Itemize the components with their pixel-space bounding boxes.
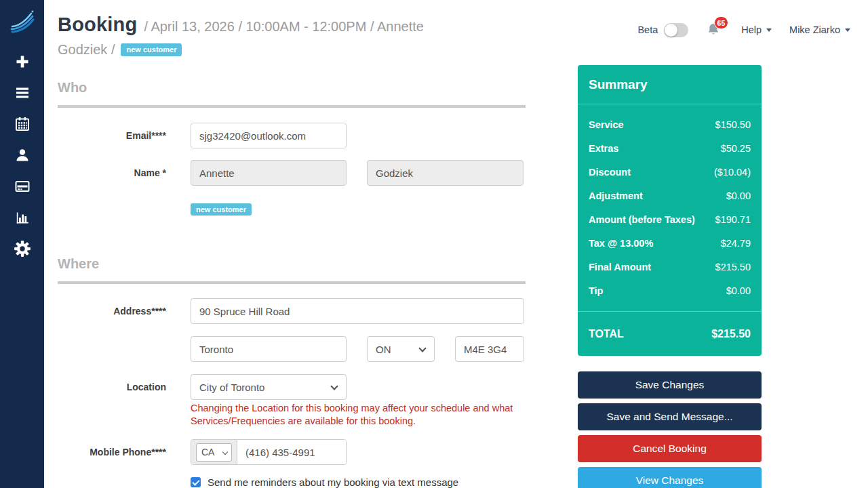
address-field[interactable] bbox=[191, 298, 524, 324]
sms-reminder-label: Send me reminders about my booking via t… bbox=[208, 476, 458, 488]
notifications-button[interactable]: 65 bbox=[706, 22, 721, 38]
total-value: $215.50 bbox=[711, 328, 751, 340]
sidebar-item-reports[interactable] bbox=[0, 202, 44, 233]
mobile-phone-row: Mobile Phone**** CA bbox=[58, 439, 347, 465]
who-section-rule bbox=[58, 105, 526, 108]
notification-count-badge: 65 bbox=[714, 16, 729, 29]
beta-toggle[interactable] bbox=[664, 23, 688, 37]
sidebar-nav bbox=[0, 42, 44, 264]
who-section-heading: Who bbox=[58, 80, 87, 96]
summary-row-discount: Discount ($10.04) bbox=[589, 160, 751, 184]
beta-toggle-knob bbox=[665, 24, 677, 37]
calendar-icon bbox=[14, 116, 31, 132]
chevron-down-icon bbox=[222, 449, 228, 454]
chevron-down-icon bbox=[845, 28, 850, 32]
user-menu[interactable]: Mike Ziarko bbox=[789, 24, 850, 35]
location-warning-text: Changing the Location for this booking m… bbox=[191, 402, 515, 428]
summary-row-service: Service $150.50 bbox=[589, 113, 751, 136]
address-row: Address**** bbox=[58, 298, 524, 324]
summary-row-final-amount: Final Amount $215.50 bbox=[589, 255, 751, 279]
beta-label: Beta bbox=[637, 24, 658, 35]
summary-title: Summary bbox=[578, 65, 762, 104]
app-logo[interactable] bbox=[0, 0, 44, 42]
name-label: Name * bbox=[58, 167, 166, 178]
chevron-down-icon bbox=[418, 344, 426, 352]
email-label: Email**** bbox=[58, 130, 166, 141]
credit-card-icon bbox=[14, 178, 31, 195]
summary-row-amount-before-taxes: Amount (before Taxes) $190.71 bbox=[589, 207, 751, 231]
help-menu[interactable]: Help bbox=[741, 24, 772, 35]
phone-country-value: CA bbox=[201, 447, 214, 458]
plus-icon bbox=[14, 54, 31, 70]
booking-page: Beta 65 Help Mike Ziarko Booking / April… bbox=[0, 0, 868, 488]
summary-row-extras: Extras $50.25 bbox=[589, 136, 751, 160]
sidebar-item-customers[interactable] bbox=[0, 140, 44, 171]
gear-icon bbox=[14, 240, 31, 258]
phone-country-addon: CA bbox=[191, 440, 237, 464]
phone-country-select[interactable]: CA bbox=[196, 443, 232, 462]
location-value: City of Toronto bbox=[199, 382, 264, 393]
summary-row-tax: Tax @ 13.00% $24.79 bbox=[589, 231, 751, 255]
swoosh-logo-icon bbox=[7, 5, 38, 37]
email-field[interactable] bbox=[191, 123, 347, 148]
first-name-field[interactable] bbox=[191, 160, 347, 186]
last-name-field[interactable] bbox=[367, 160, 524, 186]
user-icon bbox=[14, 147, 31, 163]
view-changes-button[interactable]: View Changes bbox=[578, 467, 762, 488]
chevron-down-icon bbox=[766, 28, 772, 32]
user-name: Mike Ziarko bbox=[789, 24, 840, 35]
province-select[interactable]: ON bbox=[367, 336, 435, 362]
email-row: Email**** bbox=[58, 123, 347, 148]
new-customer-badge: new customer bbox=[121, 43, 182, 56]
menu-icon bbox=[14, 85, 31, 101]
sidebar-item-list[interactable] bbox=[0, 77, 44, 108]
summary-row-tip: Tip $0.00 bbox=[589, 279, 751, 302]
mobile-phone-label: Mobile Phone**** bbox=[58, 447, 166, 458]
postal-code-field[interactable] bbox=[455, 336, 524, 362]
sidebar-item-payments[interactable] bbox=[0, 171, 44, 202]
sms-reminder-checkbox[interactable] bbox=[191, 477, 201, 487]
sms-reminder-row: Send me reminders about my booking via t… bbox=[191, 476, 458, 488]
phone-number-field[interactable] bbox=[237, 440, 347, 464]
action-buttons: Save Changes Save and Send Message... Ca… bbox=[578, 371, 762, 488]
page-title: Booking bbox=[58, 14, 137, 36]
save-and-send-message-button[interactable]: Save and Send Message... bbox=[578, 403, 762, 430]
cancel-booking-button[interactable]: Cancel Booking bbox=[578, 435, 762, 462]
summary-panel: Summary Service $150.50 Extras $50.25 Di… bbox=[578, 65, 762, 356]
address-label: Address**** bbox=[58, 306, 166, 317]
chevron-down-icon bbox=[330, 382, 338, 390]
summary-rows: Service $150.50 Extras $50.25 Discount (… bbox=[578, 104, 762, 310]
sidebar-item-calendar[interactable] bbox=[0, 108, 44, 140]
where-section-rule bbox=[58, 281, 526, 284]
where-section-heading: Where bbox=[58, 256, 99, 272]
location-row: Location City of Toronto bbox=[58, 374, 347, 400]
city-field[interactable] bbox=[191, 336, 347, 362]
save-changes-button[interactable]: Save Changes bbox=[578, 371, 762, 399]
bar-chart-icon bbox=[14, 209, 31, 226]
sidebar-item-add[interactable] bbox=[0, 46, 44, 77]
phone-input-group: CA bbox=[191, 439, 347, 465]
name-row: Name * bbox=[58, 160, 524, 186]
sidebar bbox=[0, 0, 44, 488]
summary-total-row: TOTAL $215.50 bbox=[578, 311, 762, 356]
location-select[interactable]: City of Toronto bbox=[191, 374, 347, 400]
province-value: ON bbox=[376, 344, 391, 355]
help-label: Help bbox=[741, 24, 762, 35]
sidebar-item-settings[interactable] bbox=[0, 233, 44, 264]
topbar-controls: Beta 65 Help Mike Ziarko bbox=[637, 20, 850, 39]
breadcrumb: / April 13, 2026 / 10:00AM - 12:00PM / A… bbox=[144, 19, 423, 35]
page-header: Booking / April 13, 2026 / 10:00AM - 12:… bbox=[58, 14, 546, 58]
new-customer-badge: new customer bbox=[191, 203, 252, 216]
location-label: Location bbox=[58, 382, 166, 392]
city-row: ON bbox=[191, 336, 524, 362]
breadcrumb-line2: Godziek / bbox=[58, 42, 115, 58]
summary-row-adjustment: Adjustment $0.00 bbox=[589, 184, 751, 207]
total-label: TOTAL bbox=[589, 328, 624, 340]
